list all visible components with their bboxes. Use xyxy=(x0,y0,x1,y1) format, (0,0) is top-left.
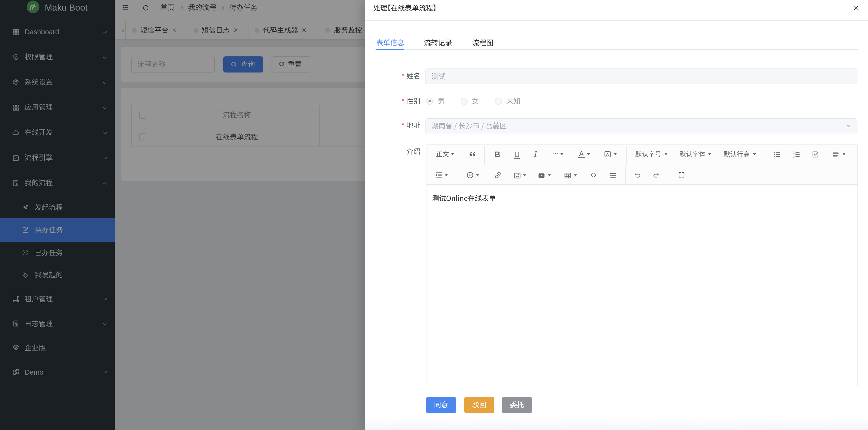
svg-text:A: A xyxy=(606,152,609,156)
svg-text:3: 3 xyxy=(793,155,795,158)
